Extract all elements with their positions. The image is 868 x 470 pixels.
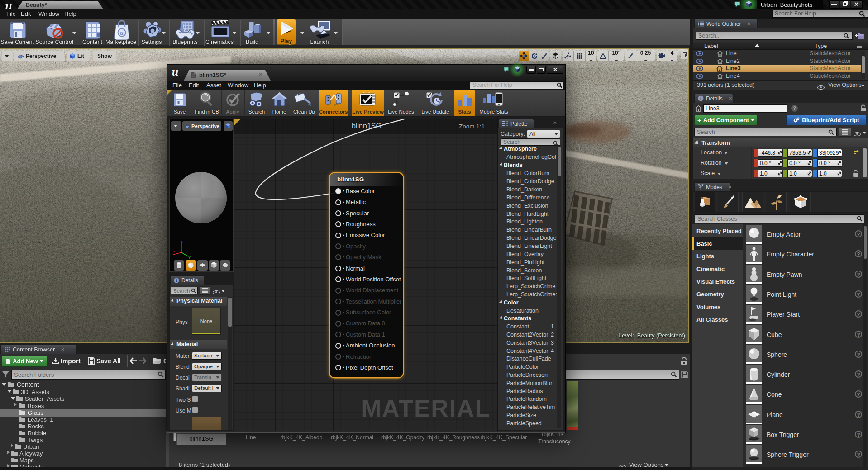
svg-text:i: i xyxy=(700,96,701,101)
svg-text:u: u xyxy=(120,29,123,36)
svg-text:z: z xyxy=(182,241,184,244)
svg-text:Y: Y xyxy=(188,256,191,260)
svg-text:i: i xyxy=(176,278,177,283)
svg-text:x: x xyxy=(173,250,175,253)
